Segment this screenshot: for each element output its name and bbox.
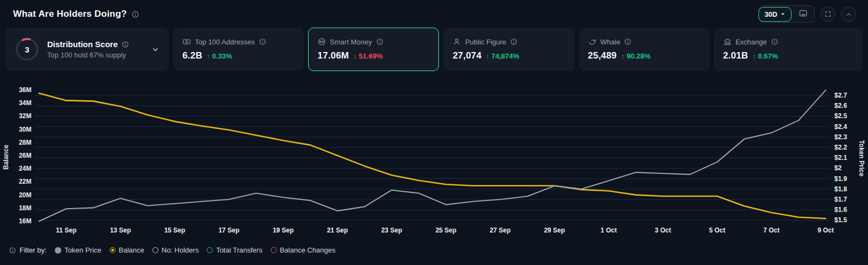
whale-icon <box>588 37 597 46</box>
metric-cards-row: 3 Distribution Score Top 100 hold 67% su… <box>0 25 868 71</box>
svg-text:24M: 24M <box>19 165 31 172</box>
svg-text:5 Oct: 5 Oct <box>709 227 725 234</box>
holders-chart-svg: 36M34M32M30M28M26M24M22M20M18M16M$2.7$2.… <box>0 76 868 245</box>
svg-text:29 Sep: 29 Sep <box>544 227 565 234</box>
range-controls: 30D <box>758 5 815 23</box>
distribution-score-gauge: 3 <box>15 37 40 62</box>
svg-text:$2.3: $2.3 <box>834 133 847 141</box>
info-icon[interactable] <box>259 38 266 46</box>
chart-filter-legend: Filter by: Token Price Balance No: Holde… <box>9 246 335 254</box>
info-icon[interactable] <box>122 41 129 48</box>
svg-text:9 Oct: 9 Oct <box>818 227 834 234</box>
card-change: ↑ 90.28% <box>621 52 650 60</box>
card-title: Smart Money <box>330 38 372 46</box>
metric-card-distribution-score[interactable]: 3 Distribution Score Top 100 hold 67% su… <box>5 28 169 71</box>
holders-chart[interactable]: 36M34M32M30M28M26M24M22M20M18M16M$2.7$2.… <box>0 76 868 245</box>
distribution-score-value: 3 <box>15 37 40 62</box>
svg-text:36M: 36M <box>19 86 31 94</box>
svg-text:$2.4: $2.4 <box>834 123 847 131</box>
card-subtitle: Top 100 hold 67% supply <box>47 51 144 59</box>
metric-card-top-100-addresses[interactable]: Top 100 Addresses 6.2B ↑ 0.33% <box>173 28 304 71</box>
fullscreen-button[interactable] <box>820 7 835 22</box>
svg-text:7 Oct: 7 Oct <box>763 227 780 234</box>
metric-card-public-figure[interactable]: Public Figure 27,074 ↑ 74,874% <box>443 28 574 71</box>
info-icon[interactable] <box>624 38 631 46</box>
svg-text:13 Sep: 13 Sep <box>110 227 131 234</box>
caret-down-icon <box>780 11 786 17</box>
svg-text:$2.5: $2.5 <box>834 112 847 120</box>
metric-card-smart-money[interactable]: Smart Money 17.06M ↓ 51.69% <box>308 28 439 71</box>
info-icon[interactable] <box>376 38 384 46</box>
card-title: Distribution Score <box>47 40 118 49</box>
svg-text:19 Sep: 19 Sep <box>273 227 294 234</box>
card-title: Public Figure <box>465 38 506 46</box>
svg-text:$2.7: $2.7 <box>834 92 847 99</box>
svg-text:$2.2: $2.2 <box>834 144 847 151</box>
card-value: 27,074 <box>452 50 481 61</box>
card-title: Exchange <box>736 38 767 46</box>
card-title: Top 100 Addresses <box>195 38 255 46</box>
svg-text:26M: 26M <box>19 152 31 159</box>
token-price-radio[interactable] <box>55 247 61 254</box>
chart-image-button[interactable] <box>791 6 814 22</box>
svg-text:16M: 16M <box>19 217 31 225</box>
svg-text:30M: 30M <box>19 126 31 133</box>
chevron-down-icon[interactable] <box>151 46 159 54</box>
svg-text:17 Sep: 17 Sep <box>219 227 240 234</box>
svg-text:20M: 20M <box>19 191 31 199</box>
svg-text:22M: 22M <box>19 178 31 185</box>
no-holders-radio[interactable] <box>152 247 158 253</box>
info-icon[interactable] <box>9 247 16 254</box>
filter-by-label: Filter by: <box>20 246 47 254</box>
filter-token-price[interactable]: Token Price <box>55 246 101 254</box>
card-value: 6.2B <box>182 50 202 61</box>
svg-text:11 Sep: 11 Sep <box>56 227 76 234</box>
info-icon[interactable] <box>131 10 139 18</box>
svg-text:$2.1: $2.1 <box>834 154 847 161</box>
svg-text:$1.5: $1.5 <box>834 216 847 224</box>
card-value: 2.01B <box>723 50 748 61</box>
svg-text:25 Sep: 25 Sep <box>436 227 457 234</box>
filter-balance[interactable]: Balance <box>110 246 144 254</box>
svg-text:Token Price: Token Price <box>858 140 865 176</box>
info-icon[interactable] <box>510 38 518 46</box>
svg-text:34M: 34M <box>19 99 31 107</box>
card-value: 25,489 <box>588 50 617 61</box>
filter-balance-changes[interactable]: Balance Changes <box>271 246 336 254</box>
header: What Are Holders Doing? 30D <box>0 0 868 25</box>
chevron-up-icon <box>845 11 852 18</box>
chart-image-icon <box>799 9 808 18</box>
banknote-icon <box>182 37 191 46</box>
card-change: ↓ 51.69% <box>353 52 382 60</box>
holders-dashboard: What Are Holders Doing? 30D <box>0 0 868 265</box>
metric-card-exchange[interactable]: Exchange 2.01B ↑ 0.67% <box>714 28 863 71</box>
public-figure-icon <box>452 37 461 46</box>
svg-text:$1.9: $1.9 <box>834 175 847 183</box>
balance-changes-radio[interactable] <box>271 247 277 253</box>
smart-money-icon <box>317 37 326 46</box>
range-label: 30D <box>764 10 777 18</box>
filter-no-holders[interactable]: No: Holders <box>152 246 199 254</box>
card-change: ↑ 0.67% <box>752 52 778 60</box>
svg-text:18M: 18M <box>19 204 31 212</box>
card-change: ↑ 0.33% <box>207 52 232 60</box>
card-value: 17.06M <box>317 50 349 61</box>
svg-text:$2.6: $2.6 <box>834 102 847 109</box>
collapse-button[interactable] <box>841 7 856 22</box>
balance-radio[interactable] <box>110 247 116 253</box>
total-transfers-radio[interactable] <box>207 247 213 253</box>
filter-total-transfers[interactable]: Total Transfers <box>207 246 262 254</box>
exchange-icon <box>723 37 732 46</box>
svg-text:3 Oct: 3 Oct <box>655 227 671 234</box>
svg-text:1 Oct: 1 Oct <box>601 227 617 234</box>
info-icon[interactable] <box>771 38 778 46</box>
svg-text:Balance: Balance <box>2 145 10 170</box>
svg-text:$1.7: $1.7 <box>834 196 847 203</box>
metric-card-whale[interactable]: Whale 25,489 ↑ 90.28% <box>579 28 710 71</box>
range-select-button[interactable]: 30D <box>758 7 792 22</box>
svg-text:15 Sep: 15 Sep <box>164 227 186 234</box>
card-title: Whale <box>601 38 621 46</box>
svg-text:$2: $2 <box>834 164 842 172</box>
card-change: ↑ 74,874% <box>486 52 519 60</box>
svg-text:21 Sep: 21 Sep <box>327 227 348 234</box>
